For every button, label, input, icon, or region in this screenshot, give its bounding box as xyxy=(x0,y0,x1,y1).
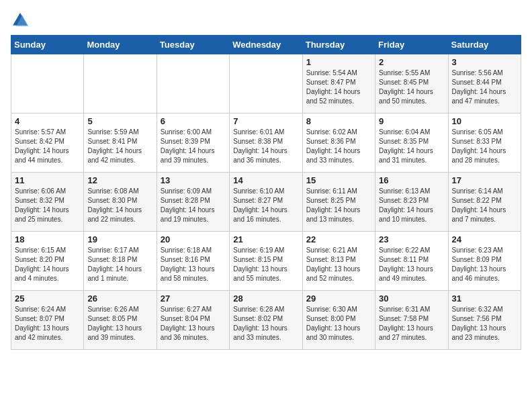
cell-info: Sunrise: 6:19 AM Sunset: 8:15 PM Dayligh… xyxy=(233,246,298,283)
logo-icon xyxy=(11,11,30,30)
cell-info: Sunrise: 6:14 AM Sunset: 8:22 PM Dayligh… xyxy=(452,187,517,224)
cell-info: Sunrise: 6:13 AM Sunset: 8:23 PM Dayligh… xyxy=(379,187,444,224)
cell-info: Sunrise: 6:24 AM Sunset: 8:07 PM Dayligh… xyxy=(15,305,80,342)
cell-info: Sunrise: 6:30 AM Sunset: 8:00 PM Dayligh… xyxy=(306,305,371,342)
cell-info: Sunrise: 6:32 AM Sunset: 7:56 PM Dayligh… xyxy=(452,305,517,342)
day-number: 25 xyxy=(15,293,80,304)
day-number: 18 xyxy=(15,234,80,244)
header xyxy=(11,11,521,30)
day-number: 20 xyxy=(161,234,226,244)
calendar-week-row: 4Sunrise: 5:57 AM Sunset: 8:42 PM Daylig… xyxy=(11,113,521,173)
logo xyxy=(11,11,32,30)
calendar-cell xyxy=(230,54,302,113)
calendar-cell: 2Sunrise: 5:55 AM Sunset: 8:45 PM Daylig… xyxy=(375,54,448,113)
calendar-cell: 18Sunrise: 6:15 AM Sunset: 8:20 PM Dayli… xyxy=(11,232,84,291)
day-number: 13 xyxy=(161,175,226,185)
calendar-cell: 22Sunrise: 6:21 AM Sunset: 8:13 PM Dayli… xyxy=(302,232,375,291)
cell-info: Sunrise: 6:01 AM Sunset: 8:38 PM Dayligh… xyxy=(233,128,298,165)
cell-info: Sunrise: 6:18 AM Sunset: 8:16 PM Dayligh… xyxy=(161,246,226,283)
calendar-cell: 20Sunrise: 6:18 AM Sunset: 8:16 PM Dayli… xyxy=(157,232,229,291)
day-number: 24 xyxy=(452,234,517,244)
day-number: 15 xyxy=(306,175,371,185)
weekday-header-thursday: Thursday xyxy=(302,36,375,54)
cell-info: Sunrise: 6:22 AM Sunset: 8:11 PM Dayligh… xyxy=(379,246,444,283)
calendar-cell: 10Sunrise: 6:05 AM Sunset: 8:33 PM Dayli… xyxy=(448,113,521,173)
calendar-week-row: 11Sunrise: 6:06 AM Sunset: 8:32 PM Dayli… xyxy=(11,173,521,232)
calendar-cell xyxy=(11,54,84,113)
cell-info: Sunrise: 6:28 AM Sunset: 8:02 PM Dayligh… xyxy=(233,305,298,342)
calendar-cell: 14Sunrise: 6:10 AM Sunset: 8:27 PM Dayli… xyxy=(230,173,302,232)
calendar-cell: 24Sunrise: 6:23 AM Sunset: 8:09 PM Dayli… xyxy=(448,232,521,291)
calendar-cell: 5Sunrise: 5:59 AM Sunset: 8:41 PM Daylig… xyxy=(84,113,157,173)
calendar-cell: 11Sunrise: 6:06 AM Sunset: 8:32 PM Dayli… xyxy=(11,173,84,232)
calendar-cell xyxy=(84,54,157,113)
calendar-table: SundayMondayTuesdayWednesdayThursdayFrid… xyxy=(11,35,521,350)
day-number: 23 xyxy=(379,234,444,244)
calendar-week-row: 18Sunrise: 6:15 AM Sunset: 8:20 PM Dayli… xyxy=(11,232,521,291)
calendar-cell: 7Sunrise: 6:01 AM Sunset: 8:38 PM Daylig… xyxy=(230,113,302,173)
cell-info: Sunrise: 5:56 AM Sunset: 8:44 PM Dayligh… xyxy=(452,68,517,106)
cell-info: Sunrise: 6:11 AM Sunset: 8:25 PM Dayligh… xyxy=(306,187,371,224)
cell-info: Sunrise: 6:05 AM Sunset: 8:33 PM Dayligh… xyxy=(452,128,517,165)
calendar-cell: 16Sunrise: 6:13 AM Sunset: 8:23 PM Dayli… xyxy=(375,173,448,232)
calendar-cell: 23Sunrise: 6:22 AM Sunset: 8:11 PM Dayli… xyxy=(375,232,448,291)
day-number: 7 xyxy=(233,116,298,126)
day-number: 16 xyxy=(379,175,444,185)
day-number: 30 xyxy=(379,293,444,304)
weekday-header-wednesday: Wednesday xyxy=(230,36,302,54)
calendar-cell: 21Sunrise: 6:19 AM Sunset: 8:15 PM Dayli… xyxy=(230,232,302,291)
weekday-header-tuesday: Tuesday xyxy=(157,36,229,54)
day-number: 8 xyxy=(306,116,371,126)
day-number: 12 xyxy=(87,175,152,185)
day-number: 6 xyxy=(161,116,226,126)
weekday-header-monday: Monday xyxy=(84,36,157,54)
calendar-cell: 31Sunrise: 6:32 AM Sunset: 7:56 PM Dayli… xyxy=(448,291,521,350)
day-number: 27 xyxy=(161,293,226,304)
day-number: 9 xyxy=(379,116,444,126)
calendar-cell: 4Sunrise: 5:57 AM Sunset: 8:42 PM Daylig… xyxy=(11,113,84,173)
calendar-cell: 28Sunrise: 6:28 AM Sunset: 8:02 PM Dayli… xyxy=(230,291,302,350)
calendar-cell: 17Sunrise: 6:14 AM Sunset: 8:22 PM Dayli… xyxy=(448,173,521,232)
cell-info: Sunrise: 6:08 AM Sunset: 8:30 PM Dayligh… xyxy=(87,187,152,224)
cell-info: Sunrise: 6:26 AM Sunset: 8:05 PM Dayligh… xyxy=(87,305,152,342)
cell-info: Sunrise: 6:09 AM Sunset: 8:28 PM Dayligh… xyxy=(161,187,226,224)
calendar-cell: 25Sunrise: 6:24 AM Sunset: 8:07 PM Dayli… xyxy=(11,291,84,350)
weekday-header-friday: Friday xyxy=(375,36,448,54)
day-number: 21 xyxy=(233,234,298,244)
calendar-cell: 13Sunrise: 6:09 AM Sunset: 8:28 PM Dayli… xyxy=(157,173,229,232)
cell-info: Sunrise: 6:06 AM Sunset: 8:32 PM Dayligh… xyxy=(15,187,80,224)
page: SundayMondayTuesdayWednesdayThursdayFrid… xyxy=(0,0,532,361)
day-number: 17 xyxy=(452,175,517,185)
day-number: 5 xyxy=(87,116,152,126)
calendar-week-row: 1Sunrise: 5:54 AM Sunset: 8:47 PM Daylig… xyxy=(11,54,521,113)
day-number: 26 xyxy=(87,293,152,304)
calendar-cell: 30Sunrise: 6:31 AM Sunset: 7:58 PM Dayli… xyxy=(375,291,448,350)
cell-info: Sunrise: 6:21 AM Sunset: 8:13 PM Dayligh… xyxy=(306,246,371,283)
cell-info: Sunrise: 6:31 AM Sunset: 7:58 PM Dayligh… xyxy=(379,305,444,342)
calendar-cell: 29Sunrise: 6:30 AM Sunset: 8:00 PM Dayli… xyxy=(302,291,375,350)
cell-info: Sunrise: 5:57 AM Sunset: 8:42 PM Dayligh… xyxy=(15,128,80,165)
day-number: 4 xyxy=(15,116,80,126)
day-number: 3 xyxy=(452,57,517,67)
day-number: 2 xyxy=(379,57,444,67)
calendar-cell: 1Sunrise: 5:54 AM Sunset: 8:47 PM Daylig… xyxy=(302,54,375,113)
day-number: 22 xyxy=(306,234,371,244)
calendar-cell: 15Sunrise: 6:11 AM Sunset: 8:25 PM Dayli… xyxy=(302,173,375,232)
day-number: 31 xyxy=(452,293,517,304)
cell-info: Sunrise: 6:27 AM Sunset: 8:04 PM Dayligh… xyxy=(161,305,226,342)
calendar-week-row: 25Sunrise: 6:24 AM Sunset: 8:07 PM Dayli… xyxy=(11,291,521,350)
weekday-header-row: SundayMondayTuesdayWednesdayThursdayFrid… xyxy=(11,36,521,54)
calendar-cell: 9Sunrise: 6:04 AM Sunset: 8:35 PM Daylig… xyxy=(375,113,448,173)
day-number: 11 xyxy=(15,175,80,185)
calendar-cell: 27Sunrise: 6:27 AM Sunset: 8:04 PM Dayli… xyxy=(157,291,229,350)
day-number: 19 xyxy=(87,234,152,244)
cell-info: Sunrise: 6:23 AM Sunset: 8:09 PM Dayligh… xyxy=(452,246,517,283)
cell-info: Sunrise: 6:10 AM Sunset: 8:27 PM Dayligh… xyxy=(233,187,298,224)
cell-info: Sunrise: 6:00 AM Sunset: 8:39 PM Dayligh… xyxy=(161,128,226,165)
cell-info: Sunrise: 5:55 AM Sunset: 8:45 PM Dayligh… xyxy=(379,68,444,106)
calendar-cell: 19Sunrise: 6:17 AM Sunset: 8:18 PM Dayli… xyxy=(84,232,157,291)
weekday-header-saturday: Saturday xyxy=(448,36,521,54)
day-number: 1 xyxy=(306,57,371,67)
day-number: 28 xyxy=(233,293,298,304)
calendar-cell xyxy=(157,54,229,113)
